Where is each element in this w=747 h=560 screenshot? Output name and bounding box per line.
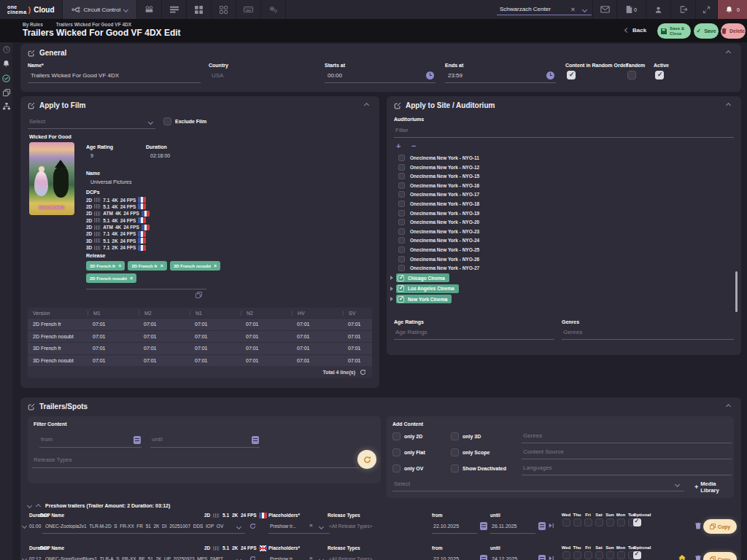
user-button[interactable] [646, 0, 671, 19]
filter-until-input[interactable]: until [152, 436, 163, 443]
collapse-all-button[interactable]: − [411, 141, 416, 150]
auditorium-checkbox[interactable] [398, 265, 405, 271]
auditorium-item[interactable]: Onecinema New York - NYO-18 [398, 201, 479, 207]
clear-placeholder-icon[interactable]: × [309, 522, 313, 529]
auditorium-item[interactable]: Onecinema New York - NYO-12 [398, 164, 479, 171]
calendar-icon[interactable] [480, 555, 487, 560]
auditorium-item[interactable]: Onecinema New York - NYO-24 [398, 237, 479, 244]
release-tag[interactable]: 3D French fr × [86, 261, 125, 271]
app-logo[interactable]: onecinema ) Cloud [0, 0, 62, 19]
weekday-checkbox[interactable] [584, 551, 592, 559]
apply-dates-icon[interactable] [549, 523, 555, 529]
site-tree-item[interactable]: New York Cinema [390, 295, 459, 303]
filter-release-types-input[interactable]: Release Types [34, 456, 72, 463]
expand-rows-icon[interactable] [36, 504, 41, 509]
optional-checkbox[interactable] [633, 518, 641, 526]
auditorium-item[interactable]: Onecinema New York - NYO-27 [398, 265, 479, 271]
weekday-checkbox[interactable] [606, 551, 614, 559]
auditorium-checkbox[interactable] [398, 256, 405, 262]
expander-icon[interactable] [390, 297, 393, 301]
film-select[interactable]: Select [29, 118, 45, 125]
copy-stack-icon[interactable] [3, 89, 10, 96]
placeholder-value[interactable]: Preshow tr... [270, 524, 306, 529]
auditorium-item[interactable]: Onecinema New York - NYO-26 [398, 256, 479, 262]
auditorium-checkbox[interactable] [398, 210, 405, 217]
breadcrumb-rule-name[interactable]: Trailers Wicked For Good VF 4DX [56, 22, 131, 27]
from-date-value[interactable]: 22.10.2025 [433, 524, 459, 529]
breadcrumb-by-rules[interactable]: By Rules [23, 22, 43, 27]
pdf-export-button[interactable]: 0 [617, 0, 646, 19]
chevron-down-icon[interactable] [236, 557, 241, 560]
notifications-button[interactable]: 0 [718, 0, 747, 19]
weekday-checkbox[interactable] [617, 551, 625, 559]
release-tag[interactable]: 3D French nosubt × [170, 261, 220, 271]
remove-tag-icon[interactable]: × [214, 263, 217, 268]
module-select[interactable]: Circuit Control [62, 0, 138, 19]
messages-button[interactable] [592, 0, 617, 19]
remove-tag-icon[interactable]: × [160, 263, 163, 268]
refresh-icon[interactable] [360, 369, 366, 376]
remove-tag-icon[interactable]: × [118, 263, 121, 268]
tandem-checkbox[interactable] [627, 71, 636, 79]
auditorium-checkbox[interactable] [398, 173, 405, 179]
fullscreen-button[interactable] [696, 0, 718, 19]
toolbar-playlist-button[interactable] [162, 0, 187, 19]
toolbar-settings-button[interactable] [261, 0, 286, 19]
apply-filter-button[interactable] [357, 450, 376, 469]
collapse-rows-icon[interactable] [27, 502, 32, 508]
table-row[interactable]: 2D French fr 07:01 07:01 07:01 07:01 07:… [28, 318, 372, 330]
copy-button[interactable]: Copy [703, 519, 737, 534]
site-tree-item[interactable]: Los Angeles Cinema [390, 284, 459, 293]
toolbar-grid-button[interactable] [212, 0, 236, 19]
release-types-value[interactable]: <All Release Types> [329, 524, 373, 529]
collapse-icon[interactable] [726, 404, 731, 409]
site-chip[interactable]: Chicago Cinema [396, 273, 449, 282]
add-release-icon[interactable] [196, 292, 202, 298]
logout-button[interactable] [671, 0, 696, 19]
remove-tag-icon[interactable]: × [130, 276, 133, 281]
delete-button[interactable]: Delete [721, 23, 746, 39]
release-types-value[interactable]: <All Release Types> [329, 556, 373, 560]
weekday-checkbox[interactable] [584, 518, 592, 526]
active-checkbox[interactable] [655, 71, 664, 79]
collapse-icon[interactable] [726, 50, 731, 55]
dcp-name-value[interactable]: ONEC-SongSungBluev1_TLR-A_S_FR-XX_BE_51_… [45, 556, 229, 560]
save-button[interactable]: ✓ Save [694, 23, 719, 39]
calendar-icon[interactable] [133, 436, 141, 444]
placeholder-value[interactable]: Preshow tr... [270, 556, 306, 560]
status-check-icon[interactable] [2, 74, 10, 82]
expander-icon[interactable] [390, 276, 393, 280]
clock-icon[interactable] [546, 71, 554, 79]
save-and-close-button[interactable]: Save & Close [657, 23, 691, 39]
content-source-input[interactable]: Content Source [523, 448, 564, 455]
show-deactivated-checkbox[interactable] [451, 464, 459, 472]
auditorium-checkbox[interactable] [398, 164, 405, 171]
content-select[interactable]: Select [394, 481, 410, 487]
auditorium-item[interactable]: Onecinema New York - NYO-19 [398, 210, 479, 217]
languages-input[interactable]: Languages [523, 464, 552, 471]
calendar-icon[interactable] [252, 436, 259, 444]
exclude-film-checkbox[interactable] [163, 117, 171, 125]
auditorium-checkbox[interactable] [398, 237, 405, 244]
starts-at-input[interactable]: 00:00 [328, 72, 342, 79]
filter-from-input[interactable]: from [41, 436, 53, 443]
back-button[interactable]: Back [625, 27, 646, 34]
collapse-icon[interactable] [364, 103, 369, 108]
optional-checkbox[interactable] [633, 551, 641, 559]
toolbar-keyboard-button[interactable] [236, 0, 261, 19]
table-row[interactable]: 3D French nosubt 07:01 07:01 07:01 07:01… [28, 354, 372, 367]
trash-icon[interactable] [695, 555, 701, 560]
auditorium-item[interactable]: Onecinema New York - NYO-23 [398, 228, 479, 235]
home-icon[interactable] [678, 555, 686, 560]
weekday-checkbox[interactable] [595, 551, 603, 559]
weekday-checkbox[interactable] [595, 518, 603, 526]
auditorium-checkbox[interactable] [398, 228, 405, 235]
site-checkbox-checked[interactable] [398, 285, 404, 292]
from-date-value[interactable]: 22.10.2025 [433, 556, 459, 560]
site-checkbox-checked[interactable] [398, 275, 404, 281]
copy-button[interactable]: Copy [703, 552, 737, 560]
name-input[interactable]: Trailers Wicked For Good VF 4DX [31, 72, 119, 79]
auditorium-item[interactable]: Onecinema New York - NYO-15 [398, 173, 479, 179]
calendar-icon[interactable] [538, 555, 546, 560]
only-ov-checkbox[interactable] [392, 464, 400, 472]
